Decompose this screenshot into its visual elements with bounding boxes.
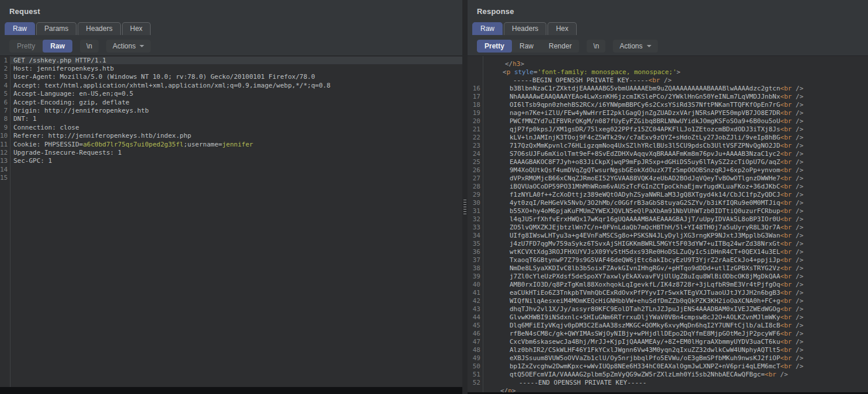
line-number: 27: [468, 175, 483, 182]
response-actions-button[interactable]: Actions: [613, 40, 657, 53]
code-segment: bp1ZxZvcghw2DwmKpxc+wWvIUQp8NEe6H334hC0E…: [510, 362, 780, 370]
chevron-down-icon: [140, 45, 144, 47]
code-segment: Referer: http://jenniferopenkeys.htb/ind…: [13, 132, 191, 140]
line-number: 33: [468, 224, 483, 231]
line-number: 38: [468, 264, 483, 272]
line-content: Connection: close: [10, 124, 462, 131]
response-line: 50bp1ZxZvcghw2DwmKpxc+wWvIUQp8NEe6H334hC…: [468, 362, 868, 370]
code-segment: b55XO+hy4oM6pjaKuFMUmZYWEXJQVLN5eQlPaXbA…: [510, 207, 780, 215]
request-raw-view-button[interactable]: Raw: [43, 40, 72, 53]
request-line: 10Referer: http://jenniferopenkeys.htb/i…: [0, 132, 462, 140]
code-segment: <br: [780, 273, 792, 280]
response-line: 38NmDe8LSyaXKDIvC8lb3b5oixFZAvkGIvnIHhgR…: [468, 264, 868, 272]
line-content: <p style='font-family: monospace, monosp…: [483, 68, 868, 76]
line-content: eXBJSsuum8VUW5oOVVaZb1clU/Oy5nrjbbqlPfo5…: [483, 354, 868, 362]
response-line: 37TxaoqT6GBtynwP7Z79s9G5VAF46deQW6jEtc6a…: [468, 256, 868, 264]
request-tab-headers[interactable]: Headers: [78, 22, 120, 35]
response-line: 36wtKCVXtXdg3ROJFHXUYVJsX09Yv5tH5dxs93Re…: [468, 247, 868, 256]
code-segment: kLV+lnJAMInjK3TOoj9F4cZ5WTk29v/c7aExv9zQ…: [510, 134, 780, 141]
code-segment: PWCfMNZYd7uIFBVRrQKgM/n087fUyEyFZGibq8BR…: [510, 117, 780, 125]
response-tab-raw[interactable]: Raw: [472, 22, 503, 35]
request-tab-params[interactable]: Params: [36, 22, 76, 35]
code-segment: <br: [780, 248, 792, 256]
code-segment: />: [792, 199, 803, 207]
code-segment: User-Agent: Mozilla/5.0 (Windows NT 10.0…: [13, 73, 315, 81]
code-segment: UIfg8IWswLHTyu3a+g4EVnFaMSCSg8o+PSKSN4JL…: [510, 232, 780, 239]
line-content: j4zU7FD7qgMv759aSykz6TSvxAjSHIGKKmBWRL5M…: [483, 240, 868, 247]
split-divider: [462, 0, 468, 394]
code-segment: <br: [780, 150, 792, 158]
line-number: 24: [468, 150, 483, 158]
line-content: TxaoqT6GBtynwP7Z79s9G5VAF46deQW6jEtc6akI…: [483, 256, 868, 264]
line-number: 37: [468, 256, 483, 264]
request-line: 3User-Agent: Mozilla/5.0 (Windows NT 10.…: [0, 73, 462, 81]
response-tab-hex[interactable]: Hex: [548, 22, 576, 35]
response-panel: Response RawHeadersHex PrettyRawRender \…: [468, 0, 868, 394]
request-tab-hex[interactable]: Hex: [122, 22, 151, 35]
code-segment: DNT: 1: [13, 115, 37, 123]
line-content: qjP7fp0kpsJ/XM1gsDR/75lxeg022PPfz15ZC04A…: [483, 125, 868, 133]
code-segment: nag+n7Ke+iZlU/FEw4yNwHrrEI2pklGagQjnZgZU…: [510, 109, 780, 117]
code-segment: <br: [765, 371, 776, 378]
code-segment: f1zNYLA0f++ZcXoDttjz389eWQtOADyhZSyaNWRL…: [510, 191, 780, 198]
response-line: 39j7Zl0cYleUzPXdsf5deSpoXY7axwlyEkAXvavF…: [468, 272, 868, 280]
response-editor[interactable]: </h3><p style='font-family: monospace, m…: [468, 55, 868, 392]
line-content: f1zNYLA0f++ZcXoDttjz389eWQtOADyhZSyaNWRL…: [483, 191, 868, 198]
response-newline-toggle-button[interactable]: \n: [587, 40, 605, 53]
request-editor[interactable]: 1GET /sshkey.php HTTP/1.12Host: jennifer…: [0, 55, 462, 387]
line-content: AMB0rxIO3D/q8PzTgKml88XoxhqokLqIgevkfL/I…: [483, 281, 868, 288]
request-line: 7Origin: http://jenniferopenkeys.htb: [0, 106, 462, 114]
code-segment: Cookie: PHPSESSID=: [13, 141, 83, 148]
code-segment: />: [792, 134, 803, 141]
request-tab-raw[interactable]: Raw: [5, 22, 35, 35]
line-number: 50: [468, 362, 483, 370]
code-segment: <br: [780, 101, 792, 109]
response-line: 45Dlq6MFiEIyVKqjv0pDM3C2EaAA38szMKGC+QOM…: [468, 321, 868, 329]
burp-message-editor: Request RawParamsHeadersHex PrettyRaw \n…: [0, 0, 868, 394]
line-number: 13: [0, 157, 10, 165]
code-segment: <br: [780, 134, 792, 141]
code-segment: />: [792, 248, 803, 256]
response-pretty-view-button[interactable]: Pretty: [477, 40, 512, 53]
code-segment: <br: [780, 207, 792, 215]
code-segment: Dlq6MFiEIyVKqjv0pDM3C2EaAA38szMKGC+QOMky…: [510, 322, 780, 329]
request-actions-button[interactable]: Actions: [106, 40, 151, 53]
request-newline-toggle-button[interactable]: \n: [80, 40, 99, 53]
response-raw-view-button[interactable]: Raw: [512, 40, 541, 53]
line-content: j7Zl0cYleUzPXdsf5deSpoXY7axwlyEkAXvavFVj…: [483, 273, 868, 280]
response-lines: </h3><p style='font-family: monospace, m…: [468, 55, 868, 392]
line-number: 25: [468, 158, 483, 166]
code-segment: />: [660, 76, 672, 84]
line-number: 30: [468, 199, 483, 207]
response-tab-headers[interactable]: Headers: [504, 22, 546, 35]
line-content: PWCfMNZYd7uIFBVRrQKgM/n087fUyEyFZGibq8BR…: [483, 117, 868, 125]
request-panel-title: Request: [0, 0, 462, 16]
line-content: Sec-GPC: 1: [10, 157, 462, 165]
line-number: 4: [0, 82, 10, 89]
code-segment: ;username=: [183, 141, 222, 148]
response-line: 41eaCUkHTiEo6Z3TnkpbTVmhQbCExRdOvxPfPYyv…: [468, 288, 868, 297]
code-segment: />: [792, 313, 803, 321]
line-number: 35: [468, 240, 483, 247]
response-tabs: RawHeadersHex: [472, 22, 577, 35]
code-segment: Alz0bhIR2/CSkWLHF46Y1FkYCxlJWgnn6Vw43M0y…: [510, 346, 780, 354]
panel-resize-grip[interactable]: [463, 200, 466, 215]
code-segment: <br: [780, 175, 792, 182]
code-segment: />: [792, 305, 803, 313]
request-line: 4Accept: text/html,application/xhtml+xml…: [0, 81, 462, 89]
line-number: 20: [468, 117, 483, 125]
response-actions-label: Actions: [619, 40, 642, 53]
code-segment: <br: [780, 158, 792, 166]
code-segment: Origin: http://jenniferopenkeys.htb: [13, 107, 149, 114]
response-line: 269M4XoQUtkQsf4umDVqZgQTwsurNgsbGEokXdOu…: [468, 166, 868, 174]
line-number: 51: [468, 371, 483, 378]
code-segment: p: [508, 387, 512, 393]
code-segment: <br: [780, 109, 792, 117]
response-line: </h3>: [468, 60, 868, 68]
line-number: 12: [0, 149, 10, 156]
code-segment: <br: [780, 199, 792, 207]
response-render-view-button[interactable]: Render: [541, 40, 579, 53]
line-content: Accept: text/html,application/xhtml+xml,…: [10, 82, 462, 89]
request-pretty-view-button[interactable]: Pretty: [9, 40, 43, 53]
code-segment: />: [792, 346, 803, 354]
